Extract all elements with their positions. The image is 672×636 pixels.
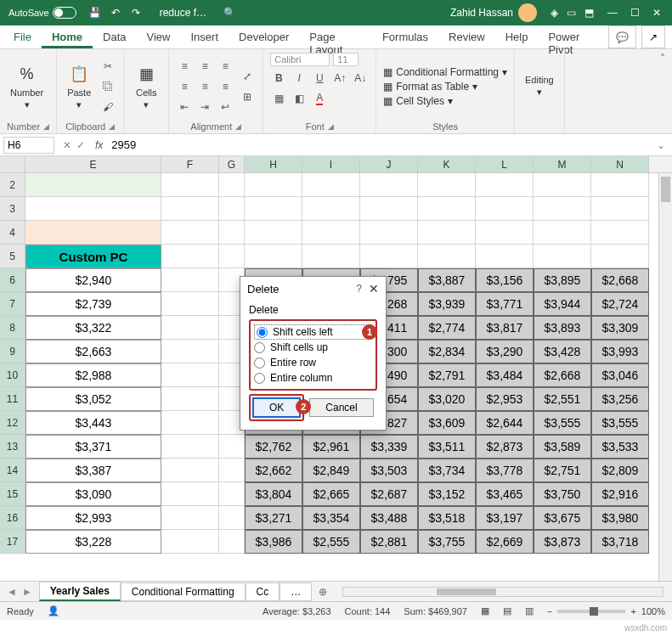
cell[interactable]: $3,817 [476, 316, 534, 340]
align-left-icon[interactable]: ≡ [176, 78, 193, 95]
maximize-icon[interactable]: ☐ [628, 7, 641, 19]
col-header[interactable]: F [161, 156, 219, 172]
cell[interactable]: $3,718 [591, 530, 649, 554]
cell[interactable]: $2,555 [302, 530, 360, 554]
share-button[interactable]: ↗ [641, 25, 665, 48]
cell[interactable] [534, 197, 591, 221]
col-header[interactable]: N [591, 156, 649, 172]
align-top-icon[interactable]: ≡ [176, 58, 193, 75]
row-header[interactable]: 17 [0, 530, 25, 554]
opt-shift-left[interactable]: Shift cells left [254, 324, 372, 340]
cell[interactable] [302, 197, 360, 221]
editing-button[interactable]: Editing ▾ [522, 73, 557, 99]
cell[interactable]: $2,809 [591, 459, 649, 482]
increase-font-icon[interactable]: A↑ [331, 70, 348, 87]
cell[interactable]: $3,052 [25, 387, 161, 411]
cell[interactable] [161, 340, 219, 363]
cell[interactable]: $3,090 [25, 482, 161, 506]
cell[interactable] [25, 221, 161, 245]
cell[interactable] [591, 245, 649, 268]
cell[interactable]: $2,873 [476, 435, 534, 459]
formula-input[interactable] [108, 137, 650, 153]
cell[interactable]: $2,988 [25, 363, 161, 387]
tab-developer[interactable]: Developer [229, 25, 299, 48]
cell[interactable] [161, 482, 219, 506]
cell[interactable]: $3,290 [476, 340, 534, 363]
horizontal-scrollbar[interactable] [342, 587, 664, 597]
cell[interactable] [219, 173, 245, 197]
indent-inc-icon[interactable]: ⇥ [196, 98, 213, 115]
cell[interactable]: $3,771 [476, 292, 534, 316]
cell[interactable] [418, 173, 476, 197]
add-sheet-icon[interactable]: ⊕ [312, 586, 334, 598]
sheet-nav[interactable]: ◄► [0, 586, 39, 598]
tab-view[interactable]: View [137, 25, 181, 48]
tab-power-pivot[interactable]: Power Pivot [538, 25, 608, 48]
view-normal-icon[interactable]: ▦ [481, 605, 489, 616]
collapse-ribbon-icon[interactable]: ˄ [653, 49, 672, 133]
cell[interactable] [161, 387, 219, 411]
paste-button[interactable]: 📋 Paste ▾ [64, 60, 94, 112]
cell[interactable]: $3,484 [476, 363, 534, 387]
cell[interactable]: $3,804 [245, 482, 302, 506]
cell[interactable]: $3,533 [591, 435, 649, 459]
zoom-in-icon[interactable]: + [630, 606, 635, 616]
cell[interactable] [591, 221, 649, 245]
sheet-tab[interactable]: Conditional Formatting [121, 583, 246, 601]
cell[interactable]: $3,271 [245, 506, 302, 530]
cell[interactable] [161, 245, 219, 268]
name-box[interactable] [3, 137, 54, 154]
cell[interactable]: $2,953 [476, 387, 534, 411]
cell[interactable] [161, 316, 219, 340]
cell[interactable]: $3,387 [25, 459, 161, 482]
cell[interactable]: $3,980 [591, 506, 649, 530]
cell[interactable] [161, 530, 219, 554]
cell[interactable] [219, 221, 245, 245]
tab-page-layout[interactable]: Page Layout [299, 25, 372, 48]
tray-icon[interactable]: ▭ [567, 7, 576, 19]
row-header[interactable]: 6 [0, 268, 25, 292]
cell[interactable]: $3,555 [591, 411, 649, 435]
align-middle-icon[interactable]: ≡ [196, 58, 213, 75]
cell[interactable] [161, 292, 219, 316]
cell[interactable]: $3,518 [418, 506, 476, 530]
decrease-font-icon[interactable]: A↓ [352, 70, 369, 87]
italic-icon[interactable]: I [291, 70, 308, 87]
cell[interactable]: $2,993 [25, 506, 161, 530]
number-format-button[interactable]: % Number ▾ [7, 60, 47, 112]
sheet-tab-active[interactable]: Yearly Sales [39, 582, 121, 601]
cell[interactable] [476, 245, 534, 268]
cell[interactable] [360, 245, 418, 268]
cell[interactable]: $2,551 [534, 387, 591, 411]
orientation-icon[interactable]: ⤢ [239, 68, 256, 85]
cell[interactable] [25, 173, 161, 197]
cell[interactable] [360, 197, 418, 221]
ribbon-display-icon[interactable]: ⬒ [584, 7, 594, 19]
cell[interactable] [418, 221, 476, 245]
cell[interactable] [591, 173, 649, 197]
cell[interactable]: $3,371 [25, 435, 161, 459]
cell[interactable]: $3,755 [418, 530, 476, 554]
tab-file[interactable]: File [3, 25, 42, 48]
opt-entire-col[interactable]: Entire column [254, 370, 372, 386]
radio-shift-left[interactable] [257, 327, 268, 338]
cell[interactable]: $2,687 [360, 482, 418, 506]
launcher-icon[interactable]: ◢ [328, 122, 334, 131]
bold-icon[interactable]: B [270, 70, 287, 87]
cell[interactable] [161, 459, 219, 482]
opt-shift-up[interactable]: Shift cells up [254, 340, 372, 355]
cell[interactable]: $2,751 [534, 459, 591, 482]
col-header[interactable]: I [302, 156, 360, 172]
cell[interactable]: $3,046 [591, 363, 649, 387]
cell[interactable]: $3,675 [534, 506, 591, 530]
col-header[interactable]: M [534, 156, 591, 172]
cell[interactable]: $3,993 [591, 340, 649, 363]
cell[interactable] [534, 245, 591, 268]
close-icon[interactable]: ✕ [650, 7, 664, 19]
cell[interactable]: $3,734 [418, 459, 476, 482]
cell[interactable] [219, 530, 245, 554]
close-icon[interactable]: ✕ [369, 282, 379, 295]
cancel-button[interactable]: Cancel [309, 398, 373, 417]
cell[interactable] [161, 411, 219, 435]
enter-formula-icon[interactable]: ✓ [76, 139, 85, 151]
